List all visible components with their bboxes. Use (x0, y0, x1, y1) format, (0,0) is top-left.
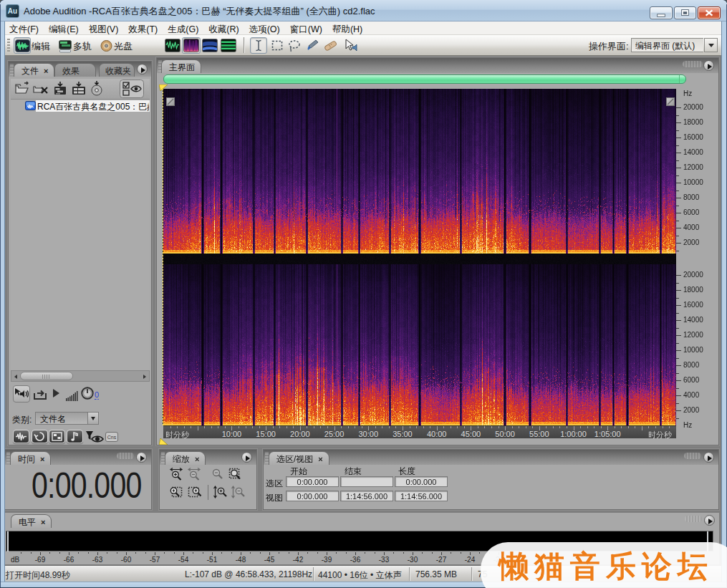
sort-select[interactable]: 文件名 (35, 412, 88, 425)
menu-item-3[interactable]: 效果(T) (123, 21, 163, 35)
tab-level-close-icon[interactable]: × (41, 518, 45, 526)
files-panel-menu-button[interactable] (137, 64, 148, 74)
show-loop-files-button[interactable] (32, 430, 48, 443)
files-hscroll-thumb[interactable] (20, 372, 73, 380)
zoom-to-selection-button[interactable] (228, 467, 243, 482)
show-video-files-button[interactable] (49, 430, 65, 443)
file-name[interactable]: RCA百张古典名盘之005：巴赫 (37, 101, 149, 113)
autoplay-button[interactable] (13, 385, 30, 403)
zoom-in-vertical-button[interactable] (213, 485, 228, 500)
sort-dropdown-button[interactable] (87, 412, 99, 425)
tab-time[interactable]: 时间× (10, 451, 51, 465)
menu-item-1[interactable]: 编辑(E) (44, 21, 84, 35)
show-options-icon[interactable] (120, 79, 144, 98)
tab-zoom[interactable]: 缩放× (165, 451, 206, 465)
scroll-right-icon[interactable] (142, 374, 148, 380)
tab-selview-close-icon[interactable]: × (318, 455, 322, 463)
tab-time-close-icon[interactable]: × (40, 455, 44, 463)
multitrack-view-button[interactable] (57, 37, 72, 54)
volume-knob-icon[interactable] (81, 387, 94, 400)
view-end-field[interactable]: 1:14:56.000 (340, 491, 393, 501)
scrub-tool[interactable] (342, 37, 360, 54)
show-audio-files-button[interactable] (13, 430, 29, 443)
db-unit-label: dB (11, 556, 19, 564)
app-icon[interactable]: Au (6, 4, 19, 18)
zoom-out-vertical-button[interactable] (231, 485, 246, 500)
waveform-display-button[interactable] (163, 37, 182, 54)
cd-view-label[interactable]: 光盘 (114, 40, 133, 53)
tab-zoom-close-icon[interactable]: × (195, 455, 199, 463)
zoom-panel-menu-button[interactable] (241, 452, 252, 463)
watermark: 懒猫音乐论坛 (481, 542, 727, 588)
menu-item-8[interactable]: 帮助(H) (327, 21, 367, 35)
tab-files-close-icon[interactable]: × (44, 67, 48, 75)
selview-panel-menu-button[interactable] (703, 452, 714, 463)
view-start-field[interactable]: 0:00.000 (286, 491, 339, 501)
tab-effects[interactable]: 效果 (54, 63, 96, 77)
show-midi-files-button[interactable] (67, 430, 83, 443)
time-selection-tool[interactable] (250, 37, 267, 54)
filter-options-icon[interactable] (85, 430, 104, 444)
zoom-out-full-button[interactable] (210, 467, 225, 482)
main-panel-menu-button[interactable] (703, 60, 714, 71)
view-length-field[interactable]: 1:14:56.000 (395, 491, 448, 501)
cd-view-button[interactable] (100, 37, 113, 54)
workspace-select[interactable]: 编辑界面 (默认) (631, 38, 703, 52)
close-file-icon[interactable] (32, 81, 49, 97)
spectral-handle-left[interactable] (166, 97, 175, 106)
insert-multitrack-icon[interactable] (52, 81, 68, 97)
tab-main[interactable]: 主界面 (161, 59, 201, 73)
tab-files[interactable]: 文件× (14, 63, 54, 77)
menu-item-7[interactable]: 窗口(W) (285, 21, 327, 35)
spectral-phase-display-button[interactable] (219, 37, 238, 54)
spectral-handle-right[interactable] (666, 97, 675, 106)
spot-healing-tool[interactable] (322, 37, 338, 54)
selection-length-field[interactable]: 0:00.000 (395, 476, 448, 487)
selection-start-field[interactable]: 0:00.000 (286, 476, 339, 487)
zoom-out-horizontal-button[interactable] (187, 467, 202, 482)
menu-item-6[interactable]: 选项(O) (244, 21, 285, 35)
selection-end-field[interactable] (340, 476, 393, 487)
minimize-button[interactable] (650, 6, 673, 19)
frequency-ruler[interactable]: Hz20000180001600014000120001000080006000… (676, 89, 719, 425)
zoom-right-edge-button[interactable] (187, 485, 202, 500)
loop-play-icon[interactable] (32, 387, 49, 403)
close-button[interactable] (698, 6, 721, 19)
tab-level[interactable]: 电平× (11, 514, 52, 528)
timeline-ruler[interactable]: 10:0015:0020:0025:0030:0035:0040:0045:00… (163, 425, 676, 438)
volume-value[interactable]: 0 (95, 390, 99, 400)
level-panel-menu-button[interactable] (704, 515, 715, 526)
play-icon[interactable] (52, 389, 59, 397)
tab-selview[interactable]: 选区/视图× (269, 451, 329, 465)
edit-view-label[interactable]: 编辑 (32, 40, 50, 53)
metadata-button-icon[interactable]: Cns (105, 432, 118, 442)
playhead-top-marker[interactable] (159, 85, 168, 91)
multitrack-view-label[interactable]: 多轨 (73, 40, 92, 53)
insert-cd-icon[interactable] (90, 81, 104, 97)
maximize-button[interactable] (674, 6, 696, 19)
menu-item-0[interactable]: 文件(F) (4, 21, 44, 35)
spectral-display-button[interactable] (182, 37, 201, 54)
tab-favorites[interactable]: 收藏夹 (99, 63, 135, 77)
spectral-pan-display-button[interactable] (201, 37, 219, 54)
menu-item-2[interactable]: 视图(V) (84, 21, 124, 35)
marquee-selection-tool[interactable] (269, 37, 285, 54)
freq-tick (676, 275, 681, 276)
files-hscrollbar[interactable] (11, 370, 150, 382)
edit-view-button[interactable] (14, 37, 31, 54)
effects-paintbrush-tool[interactable] (304, 37, 320, 54)
import-file-icon[interactable] (14, 81, 30, 97)
menu-item-5[interactable]: 收藏(R) (203, 21, 244, 35)
zoom-left-edge-button[interactable] (169, 485, 184, 500)
overview-scrollbar[interactable] (163, 74, 686, 84)
time-display[interactable]: 0:00.000 (32, 465, 142, 506)
lasso-selection-tool[interactable] (287, 37, 302, 54)
workspace-dropdown-button[interactable] (704, 38, 718, 52)
time-panel-menu-button[interactable] (136, 452, 147, 463)
scroll-left-icon[interactable] (13, 374, 19, 380)
spectrogram-canvas[interactable] (163, 89, 676, 425)
title-bar[interactable]: Au Adobe Audition -RCA百张古典名盘之005：巴赫 “无伴奏… (0, 0, 727, 21)
zoom-in-horizontal-button[interactable] (169, 467, 184, 482)
insert-cd-list-icon[interactable] (70, 81, 87, 97)
menu-item-4[interactable]: 生成(G) (163, 21, 203, 35)
